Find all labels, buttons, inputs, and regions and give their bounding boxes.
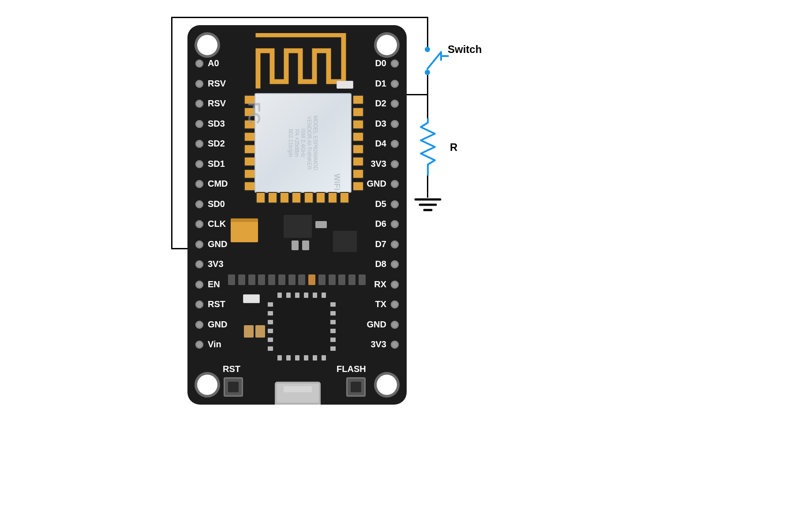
pin-label-right-d7: D7 [375,239,386,249]
pin-left-sd1[interactable] [195,160,203,168]
pin-right-d8[interactable] [391,260,399,268]
resistor-icon [418,118,438,176]
rst-button[interactable] [224,377,243,397]
pin-label-right-gnd: GND [367,179,386,189]
tantalum-cap [231,218,258,242]
pin-label-left-vin: Vin [208,339,221,349]
pin-label-right-tx: TX [375,299,386,309]
pin-label-left-rsv: RSV [208,79,226,89]
pin-label-left-clk: CLK [208,219,226,229]
pin-left-vin[interactable] [195,341,203,349]
pin-label-left-gnd: GND [208,239,227,249]
wire-r-to-gnd [427,176,428,198]
pin-label-right-rx: RX [374,279,386,289]
pin-right-3v3[interactable] [391,160,399,168]
smd-cap-2 [243,294,260,303]
pin-left-en[interactable] [195,281,203,289]
wire-3v3-top [171,17,428,18]
pin-label-left-sd3: SD3 [208,119,225,129]
pin-left-rst[interactable] [195,300,203,308]
mount-hole-tl [197,35,217,55]
rst-button-label: RST [223,364,240,374]
pin-label-left-rst: RST [208,299,225,309]
pin-label-right-d2: D2 [375,98,386,109]
wire-switch-to-d2-v [427,75,428,95]
pin-label-right-d4: D4 [375,139,386,149]
nodemcu-board: FC MODEL ESP8266MOD VENDOR AI-THINKER IS… [187,25,407,405]
module-pads-bottom [256,192,349,203]
module-pads-right [352,95,360,191]
pin-label-left-cmd: CMD [208,179,228,189]
header-row [228,274,366,285]
pin-label-left-sd1: SD1 [208,159,225,169]
fcc-mark: FC [244,102,263,124]
mount-hole-bl [197,375,217,395]
pin-right-tx[interactable] [391,300,399,308]
usb-serial-chip [274,299,329,354]
pin-left-rsv[interactable] [195,100,203,108]
resistor-label: R [450,141,457,154]
qfn-pads-right [330,302,336,351]
pin-right-d3[interactable] [391,120,399,128]
pin-label-right-d3: D3 [375,119,386,129]
pin-right-d7[interactable] [391,240,399,248]
svg-line-0 [427,52,441,69]
pin-left-sd2[interactable] [195,140,203,148]
pin-right-d6[interactable] [391,220,399,228]
pin-right-d2[interactable] [391,100,399,108]
pin-left-cmd[interactable] [195,180,203,188]
pin-left-a0[interactable] [195,60,203,68]
pin-label-left-sd2: SD2 [208,139,225,149]
ground-icon [414,197,442,214]
pin-label-left-en: EN [208,279,220,289]
pin-right-d1[interactable] [391,80,399,88]
qfn-pads-left [268,302,273,351]
pin-label-left-gnd: GND [208,319,227,330]
pin-label-right-d6: D6 [375,219,386,229]
regulator-ic [284,215,312,238]
pin-right-d0[interactable] [391,60,399,68]
smd-res-2 [244,325,254,338]
transistor-1 [333,231,357,252]
pin-label-right-gnd: GND [367,319,386,330]
smd-res-1 [255,325,265,338]
micro-usb-port[interactable] [275,382,321,405]
pin-right-d5[interactable] [391,200,399,208]
pin-label-right-3v3: 3V3 [370,339,386,349]
pin-left-sd3[interactable] [195,120,203,128]
smd-part-1 [292,240,299,250]
pin-label-right-d1: D1 [375,79,386,89]
smd-part-2 [302,240,309,250]
pin-right-gnd[interactable] [391,321,399,329]
pin-left-3v3[interactable] [195,260,203,268]
pin-label-right-d5: D5 [375,199,386,209]
pin-label-left-a0: A0 [208,58,219,68]
flash-button[interactable] [346,377,366,397]
pin-label-right-d0: D0 [375,58,386,68]
pin-right-3v3[interactable] [391,341,399,349]
qfn-pads-top [277,293,326,298]
smd-cap-1 [337,81,353,89]
pin-label-left-sd0: SD0 [208,199,225,209]
esp8266-module: FC MODEL ESP8266MOD VENDOR AI-THINKER IS… [254,93,352,193]
pin-label-right-d8: D8 [375,259,386,269]
pin-left-gnd[interactable] [195,240,203,248]
wire-3v3-down-to-switch [427,17,428,48]
pin-label-right-3v3: 3V3 [370,159,386,169]
wifi-icon: WiFi [333,174,342,191]
pin-left-rsv[interactable] [195,80,203,88]
pin-left-clk[interactable] [195,220,203,228]
mount-hole-br [377,375,397,395]
wire-3v3-up [171,17,172,249]
pin-left-sd0[interactable] [195,200,203,208]
pin-right-gnd[interactable] [391,180,399,188]
module-text: MODEL ESP8266MOD VENDOR AI-THINKER ISM 2… [288,116,318,170]
switch-label: Switch [448,43,482,56]
pin-left-gnd[interactable] [195,321,203,329]
switch-icon [423,47,450,71]
switch-terminal-bottom [425,70,430,75]
pin-right-d4[interactable] [391,140,399,148]
mount-hole-tr [377,35,397,55]
pin-right-rx[interactable] [391,281,399,289]
flash-button-label: FLASH [337,364,366,374]
